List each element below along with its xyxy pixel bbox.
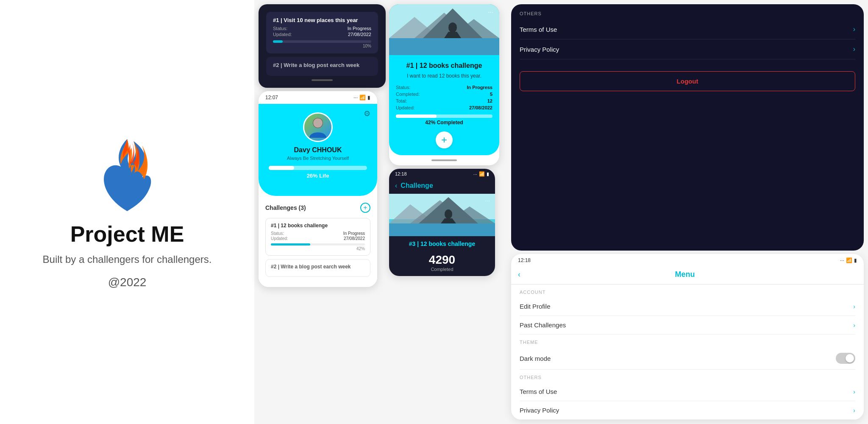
menu-back-button[interactable]: ‹ [518, 270, 520, 279]
detail-progress-bar [396, 114, 492, 118]
detail-completed-row: Completed: 5 [396, 92, 492, 97]
signal-icon: ··· [353, 95, 358, 100]
svg-rect-9 [389, 38, 499, 55]
dark-mode-item[interactable]: Dark mode [520, 347, 855, 370]
settings-gear-icon[interactable]: ⚙ [364, 109, 370, 118]
cb-image: ··· [389, 194, 495, 236]
challenges-header: Challenges (3) + [265, 203, 370, 213]
dark-challenge-2-title: #2 | Write a blog post earch week [273, 62, 371, 68]
svg-rect-17 [389, 223, 495, 236]
edit-profile-label: Edit Profile [520, 303, 551, 310]
account-section: ACCOUNT Edit Profile › Past Challenges › [511, 285, 864, 335]
challenge-detail-image: ··· [389, 4, 499, 55]
dark-challenge-2: #2 | Write a blog post earch week [266, 57, 378, 76]
cb-header: ‹ Challenge [389, 179, 495, 194]
cb-three-dots[interactable]: ··· [485, 197, 490, 204]
menu-terms-chevron-icon: › [853, 388, 855, 395]
profile-challenge-1-title: #1 | 12 books challenge [271, 223, 365, 229]
profile-challenge-1-status: Status: In Progress [271, 231, 365, 236]
terms-chevron-icon: › [853, 25, 855, 33]
svg-point-1 [313, 118, 323, 128]
wifi-icon: 📶 [359, 95, 366, 100]
settings-others-label: OTHERS [520, 11, 855, 16]
profile-challenge-1-updated: Updated: 27/08/2022 [271, 236, 365, 241]
detail-progress-fill [396, 114, 437, 118]
privacy-chevron-icon: › [853, 45, 855, 53]
menu-wifi-icon: 📶 [846, 257, 852, 263]
menu-privacy-item[interactable]: Privacy Policy › [520, 401, 855, 420]
profile-challenge-2[interactable]: #2 | Write a blog post earch week [265, 259, 370, 277]
menu-header: ‹ Menu [511, 267, 864, 285]
dark-challenge-1-progress-text: 10% [273, 44, 371, 48]
screens-area: #1 | Visit 10 new places this year Statu… [254, 0, 868, 424]
edit-profile-item[interactable]: Edit Profile › [520, 297, 855, 316]
detail-total-row: Total: 12 [396, 98, 492, 103]
challenge-detail-desc: I want to read 12 books this year. [396, 73, 492, 79]
dark-mode-toggle[interactable] [836, 353, 855, 364]
menu-others-section: OTHERS Terms of Use › Privacy Policy › [511, 370, 864, 420]
add-to-challenge-button[interactable]: + [436, 131, 453, 148]
challenge-detail-phone: ··· #1 | 12 books challenge I want to re… [389, 4, 499, 165]
menu-status-icons: ··· 📶 ▮ [840, 257, 857, 263]
detail-updated-row: Updated: 27/08/2022 [396, 105, 492, 110]
challenge-detail-body: #1 | 12 books challenge I want to read 1… [389, 55, 499, 155]
terms-of-use-item[interactable]: Terms of Use › [520, 20, 855, 39]
profile-status-bar: 12:07 ··· 📶 ▮ [259, 91, 377, 104]
menu-terms-item[interactable]: Terms of Use › [520, 382, 855, 401]
detail-status-row: Status: In Progress [396, 85, 492, 90]
col-1: #1 | Visit 10 new places this year Statu… [259, 4, 386, 420]
logout-button[interactable]: Logout [520, 71, 855, 91]
cb-signal-icon: ··· [473, 172, 477, 177]
challenge-detail-dots[interactable]: ··· [488, 8, 493, 16]
app-title: Project ME [70, 221, 184, 247]
dark-challenge-1: #1 | Visit 10 new places this year Statu… [266, 12, 378, 53]
edit-profile-chevron-icon: › [853, 303, 855, 310]
menu-status-bar: 12:18 ··· 📶 ▮ [511, 254, 864, 267]
col-2: ··· #1 | 12 books challenge I want to re… [389, 4, 508, 420]
privacy-policy-label: Privacy Policy [520, 46, 559, 53]
cb-time: 12:18 [395, 171, 407, 177]
profile-challenge-2-title: #2 | Write a blog post earch week [271, 264, 365, 270]
cb-back-button[interactable]: ‹ [395, 182, 397, 190]
settings-section: OTHERS Terms of Use › Privacy Policy › [511, 4, 864, 63]
menu-privacy-chevron-icon: › [853, 407, 855, 414]
menu-phone: 12:18 ··· 📶 ▮ ‹ Menu ACCOUNT Edit Profil… [511, 254, 864, 420]
profile-header-bg: ⚙ Davy CHHOUK Always Be Stretching Yours… [259, 104, 377, 196]
past-challenges-item[interactable]: Past Challenges › [520, 316, 855, 335]
profile-phone: 12:07 ··· 📶 ▮ ⚙ [259, 91, 377, 287]
privacy-policy-item[interactable]: Privacy Policy › [520, 39, 855, 59]
past-challenges-chevron-icon: › [853, 322, 855, 329]
add-challenge-button[interactable]: + [360, 203, 370, 213]
dark-mode-label: Dark mode [520, 355, 551, 362]
user-motto: Always Be Stretching Yourself [265, 156, 370, 161]
settings-phone: OTHERS Terms of Use › Privacy Policy › L… [511, 4, 864, 251]
menu-privacy-label: Privacy Policy [520, 407, 559, 414]
battery-icon: ▮ [367, 95, 370, 100]
profile-challenge-1-pct: 42% [271, 246, 365, 251]
challenge-bottom-phone: 12:18 ··· 📶 ▮ ‹ Challenge [389, 169, 495, 276]
col-3: OTHERS Terms of Use › Privacy Policy › L… [511, 4, 864, 420]
top-dark-screen: #1 | Visit 10 new places this year Statu… [259, 4, 386, 88]
user-avatar [303, 112, 333, 142]
life-progress-bar [269, 166, 367, 170]
scroll-indicator-detail [431, 159, 457, 161]
menu-others-label: OTHERS [520, 375, 855, 380]
past-challenges-label: Past Challenges [520, 321, 566, 329]
completed-label: Completed [389, 267, 495, 272]
dark-challenge-1-updated: Updated: 27/08/2022 [273, 32, 371, 37]
menu-battery-icon: ▮ [854, 257, 857, 263]
menu-signal-icon: ··· [840, 257, 844, 263]
cb-wifi-icon: 📶 [479, 171, 485, 177]
scroll-indicator [312, 79, 333, 81]
avatar-image [304, 114, 331, 141]
theme-section: THEME Dark mode [511, 335, 864, 370]
profile-challenge-1[interactable]: #1 | 12 books challenge Status: In Progr… [265, 218, 370, 256]
status-icons: ··· 📶 ▮ [353, 95, 370, 100]
terms-of-use-label: Terms of Use [520, 26, 557, 33]
app-logo [95, 135, 159, 211]
challenges-title: Challenges (3) [265, 204, 306, 211]
dark-challenge-1-progress-bar [273, 40, 371, 43]
dark-challenge-1-status: Status: In Progress [273, 26, 371, 31]
challenges-section: Challenges (3) + #1 | 12 books challenge… [259, 196, 377, 287]
cb-challenge-title: #3 | 12 books challenge [389, 236, 495, 249]
